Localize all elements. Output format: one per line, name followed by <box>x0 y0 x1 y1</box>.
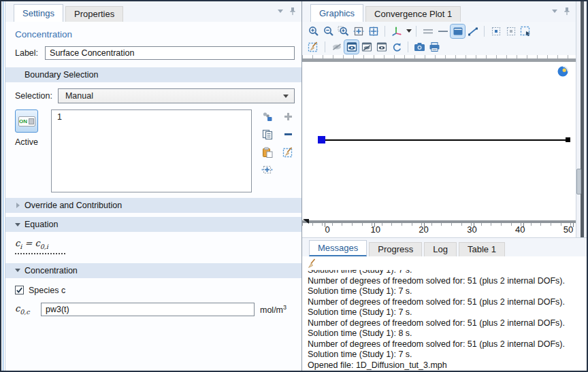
chevron-down-icon[interactable] <box>552 10 557 13</box>
left-splitter[interactable] <box>1 1 5 371</box>
log-line: Opened file: 1D_Diffusion_tut_3.mph <box>308 360 587 371</box>
settings-panel: SettingsProperties Concentration Label: … <box>5 1 302 371</box>
check-icon <box>16 286 23 294</box>
messages-tabbar: MessagesProgressLogTable 1 <box>302 238 587 256</box>
add-icon[interactable] <box>282 111 294 122</box>
on-state-label: ON <box>19 118 27 124</box>
geometry-line[interactable] <box>323 139 568 141</box>
axis-tick-label: 50 <box>558 224 578 235</box>
chevron-right-icon <box>16 203 20 208</box>
zoom-in-icon[interactable] <box>306 24 321 38</box>
create-selection-icon[interactable] <box>261 111 273 122</box>
tab-convergence-plot-1[interactable]: Convergence Plot 1 <box>365 6 461 22</box>
axis-tick-label: 0 <box>317 224 338 235</box>
reset-view-icon[interactable] <box>389 40 404 54</box>
species-c-label: Species c <box>29 286 65 295</box>
equation-display: ci = c0,i <box>15 238 65 254</box>
settings-tabs: SettingsProperties <box>14 4 125 22</box>
line-icon[interactable] <box>436 24 450 38</box>
print-icon[interactable] <box>427 40 442 54</box>
clear-log-icon[interactable] <box>307 258 316 269</box>
log-line: Number of degrees of freedom solved for:… <box>308 297 587 308</box>
plot-canvas[interactable] <box>302 62 576 218</box>
messages-panel: MessagesProgressLogTable 1 Solution time… <box>302 237 587 371</box>
list-item[interactable]: 1 <box>57 112 246 122</box>
chevron-down-icon[interactable] <box>406 29 412 33</box>
section-header-override[interactable]: Override and Contribution <box>5 198 301 213</box>
toggle-slider <box>29 118 34 124</box>
log-line: Solution time (Study 1): 7 s. <box>308 286 587 297</box>
log-line: Solution time (Study 1): 8 s. <box>308 328 587 339</box>
messages-toolbar <box>302 256 587 270</box>
zoom-selected-icon[interactable] <box>351 24 365 38</box>
boundary-selection-list[interactable]: 1 <box>51 109 252 192</box>
axis-tick-label: 40 <box>510 224 530 235</box>
label-field-caption: Label: <box>15 48 38 58</box>
log-line: Solution time (Study 1): 7 s. <box>308 350 587 360</box>
pin-icon[interactable] <box>289 7 296 16</box>
right-splitter[interactable] <box>576 1 587 237</box>
log-line: Solution time (Study 1): 7 s. <box>308 307 587 318</box>
chevron-down-icon <box>15 223 20 226</box>
axis-tick-label: 30 <box>461 224 482 235</box>
selection-caption: Selection: <box>15 91 52 101</box>
paste-icon[interactable] <box>261 146 273 158</box>
remove-icon[interactable] <box>282 129 294 140</box>
messages-tabs: MessagesProgressLogTable 1 <box>309 240 507 256</box>
vertex-marker[interactable] <box>566 137 570 142</box>
section-header-concentration[interactable]: Concentration <box>5 263 301 278</box>
x-axis: 01020304050 <box>302 218 576 237</box>
chevron-down-icon <box>283 95 289 98</box>
clear-selection-icon[interactable] <box>282 146 294 158</box>
zoom-extents-icon[interactable] <box>366 24 380 38</box>
select-add-icon[interactable] <box>489 24 503 38</box>
axis-arrow-icon <box>303 219 309 224</box>
zoom-out-icon[interactable] <box>321 24 336 38</box>
label-input[interactable] <box>45 46 295 60</box>
selection-dropdown[interactable]: Manual <box>58 88 295 103</box>
tab-properties[interactable]: Properties <box>65 6 123 22</box>
axis-lines-icon[interactable] <box>421 24 435 38</box>
comsol-window: SettingsProperties Concentration Label: … <box>0 0 588 372</box>
diagonal-line-icon[interactable] <box>466 24 480 38</box>
active-toggle-button[interactable]: ON <box>15 109 38 133</box>
chevron-down-icon <box>15 269 20 272</box>
box-eye-slash-icon[interactable] <box>359 40 374 54</box>
selected-vertex-marker[interactable] <box>318 136 325 143</box>
tab-log[interactable]: Log <box>424 242 457 256</box>
axis-tick-label: 10 <box>365 224 386 235</box>
tab-settings[interactable]: Settings <box>14 4 63 22</box>
top-ruler <box>302 55 576 62</box>
graphics-toolbar <box>302 22 576 55</box>
zoom-box-icon[interactable] <box>336 24 350 38</box>
tab-progress[interactable]: Progress <box>369 242 422 256</box>
default-view-icon[interactable] <box>389 24 404 38</box>
pin-icon[interactable] <box>564 7 570 16</box>
graphics-tabs: GraphicsConvergence Plot 1 <box>310 4 463 22</box>
window-toggle-icon[interactable] <box>451 24 465 38</box>
active-label: Active <box>15 137 38 147</box>
tab-table-1[interactable]: Table 1 <box>459 242 505 256</box>
scrollbar-thumb[interactable] <box>576 169 581 195</box>
section-header-equation[interactable]: Equation <box>5 217 301 232</box>
species-c-checkbox[interactable] <box>15 286 24 294</box>
select-remove-icon[interactable] <box>504 24 518 38</box>
tab-messages[interactable]: Messages <box>309 240 367 256</box>
box-eye-icon[interactable] <box>374 40 389 54</box>
section-header-boundary-selection[interactable]: Boundary Selection <box>5 67 301 82</box>
tab-graphics[interactable]: Graphics <box>310 4 363 22</box>
c0c-input[interactable] <box>41 303 255 316</box>
copy-icon[interactable] <box>261 129 273 140</box>
view-eye-icon[interactable] <box>344 40 359 54</box>
c0c-caption: c0,c <box>15 303 35 316</box>
axis-tick-label: 20 <box>414 224 434 235</box>
unit-label: mol/m3 <box>260 304 287 315</box>
clear-plot-icon[interactable] <box>306 40 321 54</box>
select-box-icon[interactable] <box>519 24 533 38</box>
log-output[interactable]: Solution time (Study 1): 7 s.Number of d… <box>302 265 587 371</box>
snapshot-camera-icon[interactable] <box>412 40 427 54</box>
graphics-tabbar: GraphicsConvergence Plot 1 <box>302 1 576 22</box>
zoom-to-selection-icon[interactable] <box>261 164 273 175</box>
chevron-down-icon[interactable] <box>278 10 283 13</box>
hide-eye-icon[interactable] <box>329 40 344 54</box>
